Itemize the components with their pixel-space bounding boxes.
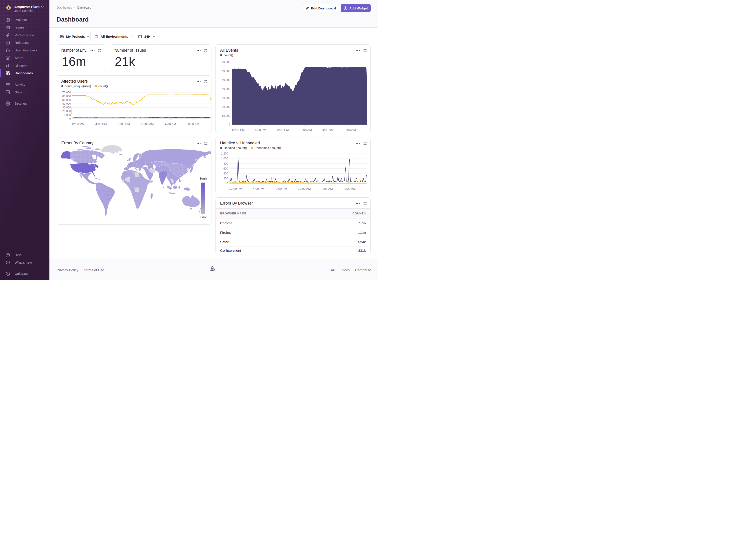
svg-text:8:00 AM: 8:00 AM [345,128,356,132]
svg-text:10,000: 10,000 [222,114,230,117]
svg-text:4:00 PM: 4:00 PM [253,187,264,191]
svg-text:1,000: 1,000 [221,157,228,160]
svg-text:10,000: 10,000 [62,113,71,116]
svg-text:12:00 PM: 12:00 PM [231,128,245,132]
svg-text:40,000: 40,000 [62,102,71,105]
svg-text:0: 0 [229,123,230,126]
svg-text:1,200: 1,200 [221,152,228,155]
svg-text:40,000: 40,000 [222,87,230,90]
svg-text:8:00 PM: 8:00 PM [276,187,287,191]
svg-text:8:00 AM: 8:00 AM [345,187,356,191]
svg-text:70,000: 70,000 [62,91,71,94]
svg-text:800: 800 [224,162,228,165]
svg-text:600: 600 [224,167,228,170]
svg-text:30,000: 30,000 [62,106,71,109]
svg-text:20,000: 20,000 [62,109,71,113]
svg-text:20,000: 20,000 [222,105,230,108]
svg-text:4:00 AM: 4:00 AM [165,122,176,126]
svg-text:4:00 PM: 4:00 PM [255,128,266,132]
svg-text:50,000: 50,000 [62,98,71,101]
svg-text:8:00 PM: 8:00 PM [118,122,130,126]
svg-text:70,000: 70,000 [222,60,230,63]
svg-text:4:00 PM: 4:00 PM [95,122,107,126]
svg-text:Low: Low [200,215,206,219]
svg-text:8:00 AM: 8:00 AM [188,122,199,126]
svg-text:60,000: 60,000 [62,95,71,98]
svg-text:4:00 AM: 4:00 AM [322,187,333,191]
svg-text:12:00 PM: 12:00 PM [72,122,84,126]
svg-text:0: 0 [227,182,228,185]
svg-text:50,000: 50,000 [222,78,230,81]
svg-text:400: 400 [224,172,228,175]
svg-text:12:00 AM: 12:00 AM [299,128,312,132]
svg-text:12:00 AM: 12:00 AM [141,122,154,126]
svg-text:30,000: 30,000 [222,96,230,99]
svg-text:60,000: 60,000 [222,69,230,72]
svg-text:8:00 PM: 8:00 PM [277,128,289,132]
svg-text:High: High [200,177,207,180]
svg-text:4:00 AM: 4:00 AM [322,128,333,132]
svg-text:12:00 AM: 12:00 AM [298,187,311,191]
svg-text:12:00 PM: 12:00 PM [229,187,242,191]
svg-text:200: 200 [224,177,228,180]
svg-text:0: 0 [69,117,71,120]
